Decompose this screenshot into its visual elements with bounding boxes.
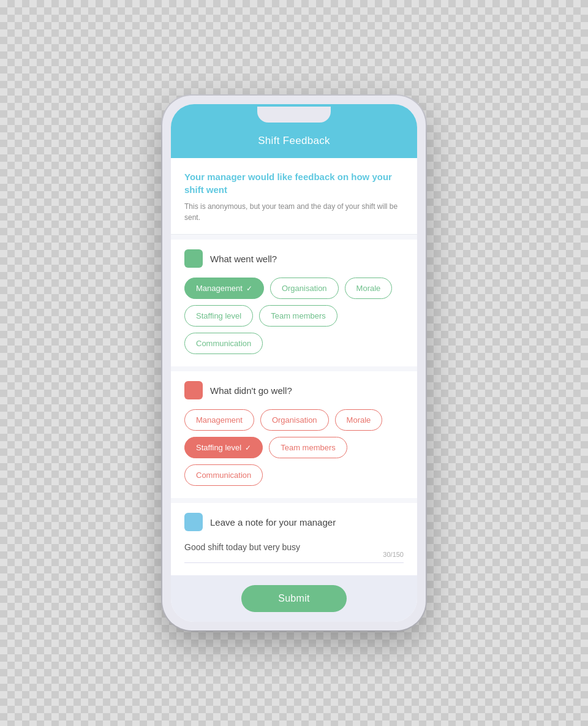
check-icon-red: ✓	[245, 444, 251, 452]
note-text[interactable]: Good shift today but very busy	[184, 541, 404, 563]
didnt-go-well-tags: Management Organisation Morale Staffing …	[184, 409, 404, 486]
didnt-go-well-tag-morale[interactable]: Morale	[335, 409, 383, 431]
went-well-tag-communication[interactable]: Communication	[184, 333, 263, 354]
phone-frame: Shift Feedback Your manager would like f…	[162, 96, 426, 630]
didnt-go-well-tag-management[interactable]: Management	[184, 409, 254, 431]
header-title: Shift Feedback	[258, 135, 330, 146]
went-well-tag-morale[interactable]: Morale	[345, 278, 393, 299]
scroll-content: Your manager would like feedback on how …	[171, 158, 417, 622]
phone-screen: Shift Feedback Your manager would like f…	[171, 104, 417, 622]
went-well-section: What went well? Management ✓ Organisatio…	[171, 240, 417, 366]
went-well-tag-organisation[interactable]: Organisation	[270, 278, 339, 299]
app-header: Shift Feedback	[171, 126, 417, 158]
didnt-go-well-title: What didn't go well?	[210, 385, 292, 396]
phone-notch	[257, 107, 331, 123]
note-input-area[interactable]: Good shift today but very busy 30/150	[184, 541, 404, 563]
went-well-tag-management[interactable]: Management ✓	[184, 278, 264, 299]
note-section: Leave a note for your manager Good shift…	[171, 503, 417, 575]
note-header: Leave a note for your manager	[184, 513, 404, 531]
didnt-go-well-tag-communication[interactable]: Communication	[184, 464, 263, 486]
notch-area	[171, 104, 417, 126]
didnt-go-well-icon	[184, 381, 203, 399]
footer-bar: Submit	[171, 575, 417, 622]
went-well-tag-staffing[interactable]: Staffing level	[184, 305, 253, 327]
didnt-go-well-tag-organisation[interactable]: Organisation	[260, 409, 329, 431]
note-title: Leave a note for your manager	[210, 517, 336, 527]
intro-section: Your manager would like feedback on how …	[171, 158, 417, 235]
went-well-tags: Management ✓ Organisation Morale Staffin…	[184, 278, 404, 354]
went-well-icon	[184, 249, 203, 268]
note-counter: 30/150	[383, 551, 404, 558]
check-icon: ✓	[246, 284, 252, 293]
went-well-header: What went well?	[184, 249, 404, 268]
didnt-go-well-tag-staffing[interactable]: Staffing level ✓	[184, 437, 263, 458]
submit-button[interactable]: Submit	[241, 585, 347, 612]
intro-title: Your manager would like feedback on how …	[184, 170, 404, 196]
didnt-go-well-tag-team[interactable]: Team members	[269, 437, 347, 458]
went-well-title: What went well?	[210, 254, 277, 264]
intro-subtitle: This is anonymous, but your team and the…	[184, 201, 404, 223]
didnt-go-well-header: What didn't go well?	[184, 381, 404, 399]
note-icon	[184, 513, 203, 531]
went-well-tag-team[interactable]: Team members	[259, 305, 337, 327]
didnt-go-well-section: What didn't go well? Management Organisa…	[171, 371, 417, 498]
